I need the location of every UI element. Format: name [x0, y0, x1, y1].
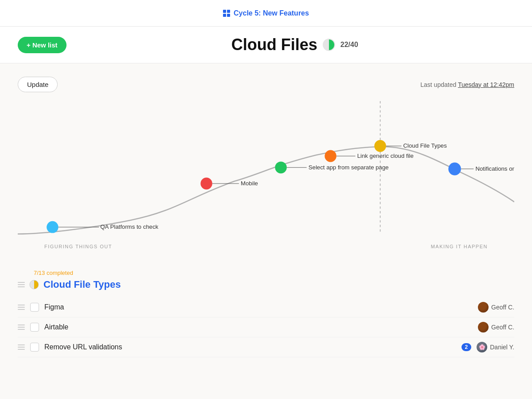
grid-icon	[223, 10, 230, 17]
new-list-button[interactable]: + New list	[18, 37, 66, 53]
task-name: Figma	[44, 303, 473, 311]
top-nav: Cycle 5: New Features	[0, 0, 532, 27]
svg-text:QA Platforms to check: QA Platforms to check	[100, 223, 158, 230]
right-chart-label: MAKING IT HAPPEN	[431, 244, 488, 249]
svg-point-10	[325, 150, 336, 162]
list-title[interactable]: Cloud File Types	[43, 279, 121, 290]
svg-text:Notifications on login: Notifications on login	[475, 165, 514, 172]
assignee: 🌸 Daniel Y.	[477, 342, 514, 352]
progress-label: 22/40	[340, 41, 358, 49]
task-name: Remove URL validations	[44, 343, 456, 351]
svg-point-1	[47, 221, 58, 233]
svg-point-13	[374, 140, 386, 152]
page-title-area: Cloud Files 22/40	[75, 35, 514, 54]
svg-text:Link generic cloud file: Link generic cloud file	[357, 153, 414, 159]
avatar	[478, 302, 489, 313]
task-name: Airtable	[44, 323, 473, 331]
last-updated-link[interactable]: Tuesday at 12:42pm	[458, 81, 514, 88]
svg-point-4	[200, 178, 212, 190]
table-row: Figma Geoff C.	[18, 297, 514, 317]
assignee: Geoff C.	[478, 302, 514, 313]
task-checkbox[interactable]	[30, 303, 39, 312]
last-updated: Last updated Tuesday at 12:42pm	[420, 81, 514, 88]
progress-icon	[323, 39, 335, 51]
main-header: + New list Cloud Files 22/40	[0, 27, 532, 63]
svg-text:Mobile: Mobile	[241, 180, 258, 187]
assignee-name: Daniel Y.	[490, 344, 514, 351]
svg-point-16	[448, 162, 461, 175]
drag-handle[interactable]	[18, 282, 25, 287]
content-area: Update Last updated Tuesday at 12:42pm Q…	[0, 63, 532, 371]
drag-handle[interactable]	[18, 305, 25, 310]
svg-text:Cloud File Types: Cloud File Types	[403, 142, 447, 149]
assignee-name: Geoff C.	[491, 324, 514, 331]
chart-container: QA Platforms to check Mobile Select app …	[18, 101, 514, 252]
list-title-row: Cloud File Types	[18, 279, 514, 290]
left-chart-label: FIGURING THINGS OUT	[44, 244, 112, 249]
page-title: Cloud Files	[231, 35, 317, 54]
svg-point-7	[275, 161, 286, 173]
cycle-link[interactable]: Cycle 5: New Features	[223, 9, 309, 17]
avatar: 🌸	[477, 342, 487, 352]
half-circle-icon	[29, 280, 39, 289]
table-row: Remove URL validations 2 🌸 Daniel Y.	[18, 337, 514, 357]
assignee: Geoff C.	[478, 322, 514, 332]
table-row: Airtable Geoff C.	[18, 317, 514, 337]
svg-text:Select app from separate page: Select app from separate page	[309, 164, 389, 171]
task-checkbox[interactable]	[30, 343, 39, 352]
assignee-name: Geoff C.	[491, 304, 514, 311]
status-row: Update Last updated Tuesday at 12:42pm	[18, 77, 514, 92]
chart-svg: QA Platforms to check Mobile Select app …	[18, 101, 514, 239]
task-checkbox[interactable]	[30, 323, 39, 332]
list-section: 7/13 completed Cloud File Types Figma Ge…	[18, 270, 514, 357]
list-meta: 7/13 completed	[34, 270, 514, 276]
task-badge: 2	[462, 343, 472, 351]
drag-handle[interactable]	[18, 325, 25, 330]
update-button[interactable]: Update	[18, 77, 58, 92]
cycle-title: Cycle 5: New Features	[234, 9, 309, 17]
avatar	[478, 322, 489, 332]
chart-labels: FIGURING THINGS OUT MAKING IT HAPPEN	[18, 244, 514, 249]
drag-handle[interactable]	[18, 344, 25, 350]
